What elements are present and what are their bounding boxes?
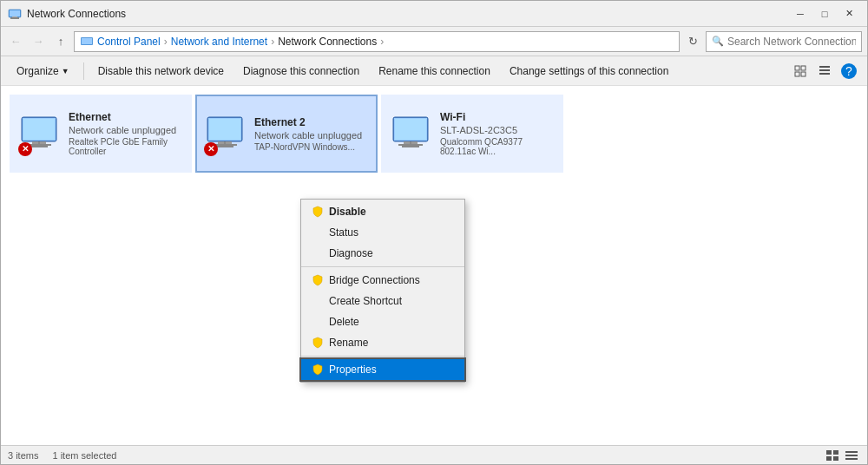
status-bar: 3 items 1 item selected xyxy=(1,445,867,464)
wifi-status: SLT-ADSL-2C3C5 xyxy=(440,125,555,135)
ctx-disable-item[interactable]: Disable xyxy=(301,201,464,222)
ctx-properties-label: Properties xyxy=(329,363,377,376)
disable-network-button[interactable]: Disable this network device xyxy=(89,60,233,82)
diagnose-button[interactable]: Diagnose this connection xyxy=(234,60,368,82)
ctx-delete-label: Delete xyxy=(329,316,359,328)
wifi-card[interactable]: Wi-Fi SLT-ADSL-2C3C5 Qualcomm QCA9377 80… xyxy=(381,95,563,173)
svg-rect-2 xyxy=(12,16,17,17)
title-bar: Network Connections ─ □ ✕ xyxy=(1,1,867,27)
status-info: 3 items 1 item selected xyxy=(8,450,116,461)
address-bar: ← → ↑ Control Panel › Network and Intern… xyxy=(1,27,867,56)
organize-chevron: ▼ xyxy=(62,67,69,75)
ctx-disable-label: Disable xyxy=(329,206,366,218)
svg-rect-39 xyxy=(845,455,858,456)
organize-button[interactable]: Organize ▼ xyxy=(8,60,78,82)
ctx-separator-1 xyxy=(301,266,464,267)
refresh-button[interactable]: ↻ xyxy=(683,32,702,51)
change-settings-button[interactable]: Change settings of this connection xyxy=(501,60,677,82)
window-title: Network Connections xyxy=(27,8,789,20)
svg-rect-29 xyxy=(395,119,426,140)
svg-rect-12 xyxy=(819,73,830,75)
toolbar-separator xyxy=(83,62,84,80)
ethernet-card[interactable]: ✕ Ethernet Network cable unplugged Realt… xyxy=(10,95,192,173)
ctx-properties-item[interactable]: Properties xyxy=(301,359,464,380)
svg-rect-36 xyxy=(826,456,832,461)
ctx-diagnose-label: Diagnose xyxy=(329,247,373,259)
ethernet-status: Network cable unplugged xyxy=(69,125,183,135)
svg-rect-10 xyxy=(819,66,830,68)
rename-label: Rename this connection xyxy=(378,65,490,77)
context-menu: Disable Status Diagnose Bridge Connectio… xyxy=(300,199,465,383)
status-view-icon-btn[interactable] xyxy=(824,449,841,462)
main-content: ✕ Ethernet Network cable unplugged Realt… xyxy=(1,86,867,445)
main-window: Network Connections ─ □ ✕ ← → ↑ Control … xyxy=(0,0,868,465)
status-list-btn[interactable] xyxy=(843,449,860,462)
wifi-driver: Qualcomm QCA9377 802.11ac Wi... xyxy=(440,137,555,156)
svg-rect-5 xyxy=(82,38,92,44)
help-icon: ? xyxy=(841,63,857,79)
forward-button[interactable]: → xyxy=(29,32,48,51)
svg-rect-37 xyxy=(833,456,838,461)
wifi-name: Wi-Fi xyxy=(440,111,555,123)
svg-rect-15 xyxy=(23,119,55,140)
ethernet2-card[interactable]: ✕ Ethernet 2 Network cable unplugged TAP… xyxy=(195,95,378,173)
breadcrumb-network-internet[interactable]: Network and Internet xyxy=(171,36,267,48)
svg-rect-9 xyxy=(801,72,806,76)
ethernet-icon-wrap: ✕ xyxy=(18,112,60,156)
svg-rect-22 xyxy=(209,119,240,140)
breadcrumb-network-connections: Network Connections xyxy=(278,36,377,48)
ethernet2-icon-wrap: ✕ xyxy=(204,112,246,156)
back-button[interactable]: ← xyxy=(6,32,25,51)
diagnose-label: Diagnose this connection xyxy=(243,65,359,77)
shield-icon-rename xyxy=(312,337,324,349)
help-button[interactable]: ? xyxy=(838,60,860,82)
shield-icon-properties xyxy=(312,363,324,376)
svg-rect-34 xyxy=(826,450,832,455)
search-icon: 🔍 xyxy=(712,36,724,47)
selected-count: 1 item selected xyxy=(52,450,116,461)
svg-rect-38 xyxy=(845,451,858,453)
ethernet2-name: Ethernet 2 xyxy=(254,116,369,128)
shield-icon-bridge xyxy=(312,274,324,286)
breadcrumb: Control Panel › Network and Internet › N… xyxy=(74,31,680,52)
view-options-button[interactable] xyxy=(789,60,812,82)
ctx-shortcut-item[interactable]: Create Shortcut xyxy=(301,291,464,311)
search-input[interactable] xyxy=(727,36,856,48)
shield-icon-disable xyxy=(312,206,324,218)
svg-rect-3 xyxy=(10,10,20,16)
ethernet-info: Ethernet Network cable unplugged Realtek… xyxy=(69,111,183,156)
svg-rect-8 xyxy=(795,72,799,76)
svg-rect-11 xyxy=(819,69,830,71)
ctx-status-item[interactable]: Status xyxy=(301,222,464,243)
svg-rect-6 xyxy=(795,66,799,70)
status-view-buttons xyxy=(824,449,860,462)
rename-button[interactable]: Rename this connection xyxy=(370,60,499,82)
search-box: 🔍 xyxy=(706,31,862,52)
ethernet-error-badge: ✕ xyxy=(18,142,32,156)
view-controls: ? xyxy=(789,60,860,82)
ctx-rename-item[interactable]: Rename xyxy=(301,332,464,353)
ctx-bridge-label: Bridge Connections xyxy=(329,274,420,286)
toolbar: Organize ▼ Disable this network device D… xyxy=(1,56,867,86)
ethernet-name: Ethernet xyxy=(69,111,183,123)
ctx-bridge-item[interactable]: Bridge Connections xyxy=(301,270,464,291)
ethernet-driver: Realtek PCIe GbE Family Controller xyxy=(69,137,183,156)
window-icon xyxy=(8,7,22,21)
item-count: 3 items xyxy=(8,450,38,461)
svg-rect-40 xyxy=(845,458,858,460)
ctx-separator-2 xyxy=(301,356,464,357)
minimize-button[interactable]: ─ xyxy=(789,5,812,23)
ethernet2-driver: TAP-NordVPN Windows... xyxy=(254,142,369,152)
ctx-diagnose-item[interactable]: Diagnose xyxy=(301,243,464,264)
ethernet2-status: Network cable unplugged xyxy=(254,130,369,141)
up-button[interactable]: ↑ xyxy=(51,32,70,51)
ctx-delete-item[interactable]: Delete xyxy=(301,311,464,332)
maximize-button[interactable]: □ xyxy=(813,5,836,23)
svg-rect-7 xyxy=(801,66,806,70)
svg-rect-35 xyxy=(833,450,838,455)
network-cards-area: ✕ Ethernet Network cable unplugged Realt… xyxy=(10,95,858,173)
breadcrumb-control-panel[interactable]: Control Panel xyxy=(97,36,161,48)
close-button[interactable]: ✕ xyxy=(838,5,860,23)
columns-button[interactable] xyxy=(813,60,836,82)
svg-rect-1 xyxy=(10,17,19,19)
